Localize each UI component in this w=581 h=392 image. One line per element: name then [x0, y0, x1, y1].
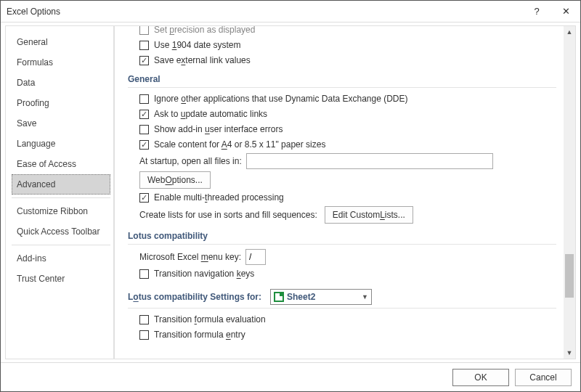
sidebar-item-save[interactable]: Save — [12, 113, 110, 134]
category-sidebar: GeneralFormulasDataProofingSaveLanguageE… — [5, 25, 114, 359]
save-external-checkbox[interactable] — [139, 56, 149, 65]
dialog-footer: OK Cancel — [1, 362, 580, 391]
scale-a4-label: Scale content for A4 or 8.5 x 11" paper … — [154, 139, 325, 150]
sidebar-item-data[interactable]: Data — [12, 73, 110, 93]
edit-custom-lists-button[interactable]: Edit Custom Lists... — [325, 206, 413, 224]
menu-key-label: Microsoft Excel menu key: — [139, 252, 241, 262]
transition-formula-entry-checkbox[interactable] — [139, 330, 149, 340]
menu-key-input[interactable] — [245, 249, 266, 265]
lotus-settings-label: Lotus compatibility Settings for: — [128, 292, 261, 302]
enable-multithread-checkbox[interactable] — [139, 193, 149, 203]
use-1904-label: Use 1904 date system — [154, 40, 240, 50]
sidebar-item-trust-center[interactable]: Trust Center — [12, 269, 110, 289]
scroll-track[interactable] — [564, 38, 575, 347]
window-title: Excel Options — [7, 7, 522, 17]
create-lists-label: Create lists for use in sorts and fill s… — [139, 210, 317, 220]
enable-multithread-label: Enable multi-threaded processing — [154, 192, 284, 203]
excel-options-dialog: Excel Options ? ✕ GeneralFormulasDataPro… — [0, 0, 581, 392]
options-content: Set precision as displayed Use 1904 date… — [114, 25, 576, 359]
section-lotus-settings: Lotus compatibility Settings for: Sheet2… — [128, 289, 556, 309]
use-1904-checkbox[interactable] — [139, 41, 149, 50]
show-addin-errors-checkbox[interactable] — [139, 125, 149, 134]
sidebar-item-general[interactable]: General — [12, 32, 110, 52]
lotus-sheet-dropdown[interactable]: Sheet2 ▼ — [270, 289, 372, 305]
startup-open-label: At startup, open all files in: — [139, 156, 242, 166]
startup-open-input[interactable] — [246, 153, 493, 169]
transition-nav-checkbox[interactable] — [139, 269, 149, 279]
ask-update-checkbox[interactable] — [139, 110, 149, 119]
close-button[interactable]: ✕ — [551, 1, 580, 22]
transition-formula-entry-label: Transition formula entry — [154, 330, 245, 340]
transition-nav-label: Transition navigation keys — [154, 269, 254, 279]
transition-formula-eval-checkbox[interactable] — [139, 315, 149, 324]
sidebar-item-advanced[interactable]: Advanced — [12, 174, 110, 195]
help-button[interactable]: ? — [522, 1, 551, 22]
sidebar-item-quick-access-toolbar[interactable]: Quick Access Toolbar — [12, 221, 110, 242]
ignore-dde-checkbox[interactable] — [139, 94, 149, 104]
titlebar: Excel Options ? ✕ — [1, 1, 580, 23]
scroll-thumb[interactable] — [565, 254, 574, 298]
sheet-icon — [274, 292, 284, 302]
sidebar-item-proofing[interactable]: Proofing — [12, 93, 110, 113]
scale-a4-checkbox[interactable] — [139, 140, 149, 150]
sidebar-item-language[interactable]: Language — [12, 134, 110, 154]
web-options-button[interactable]: Web Options... — [139, 171, 211, 189]
sidebar-item-add-ins[interactable]: Add-ins — [12, 248, 110, 269]
sidebar-item-customize-ribbon[interactable]: Customize Ribbon — [12, 201, 110, 221]
scroll-down-button[interactable]: ▼ — [564, 347, 575, 359]
show-addin-errors-label: Show add-in user interface errors — [154, 124, 283, 134]
ignore-dde-label: Ignore other applications that use Dynam… — [154, 94, 408, 104]
cancel-button[interactable]: Cancel — [515, 369, 572, 386]
vertical-scrollbar[interactable]: ▲ ▼ — [564, 26, 575, 359]
sidebar-item-formulas[interactable]: Formulas — [12, 52, 110, 73]
ok-button[interactable]: OK — [452, 369, 509, 386]
scroll-up-button[interactable]: ▲ — [564, 26, 575, 38]
set-precision-checkbox[interactable] — [139, 26, 149, 35]
section-lotus: Lotus compatibility — [128, 231, 556, 245]
ask-update-label: Ask to update automatic links — [154, 109, 267, 119]
transition-formula-eval-label: Transition formula evaluation — [154, 314, 266, 324]
lotus-sheet-value: Sheet2 — [287, 292, 315, 302]
chevron-down-icon: ▼ — [362, 293, 368, 301]
sidebar-item-ease-of-access[interactable]: Ease of Access — [12, 154, 110, 174]
section-general: General — [128, 74, 556, 88]
save-external-label: Save external link values — [154, 55, 251, 65]
set-precision-label: Set precision as displayed — [154, 26, 255, 35]
